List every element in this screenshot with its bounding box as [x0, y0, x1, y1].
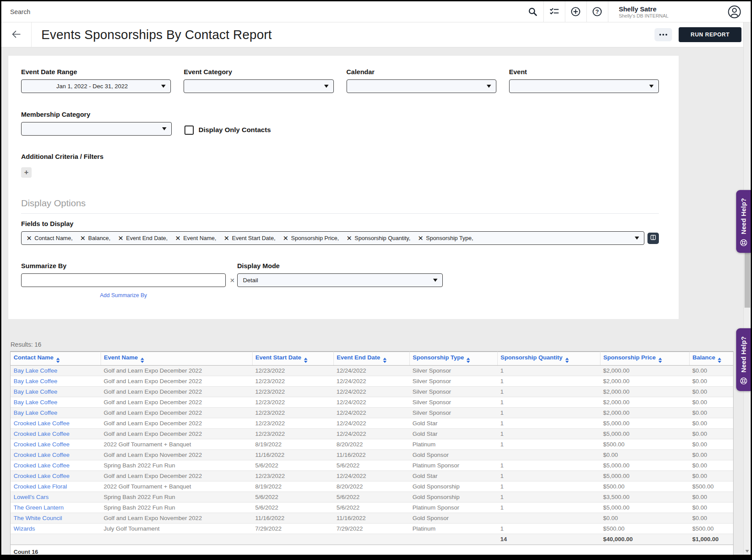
add-summarize-by-link[interactable]: Add Summarize By	[100, 292, 147, 298]
display-mode-label: Display Mode	[237, 262, 443, 269]
table-row: Bay Lake CoffeeGolf and Learn Expo Decem…	[11, 397, 733, 408]
help-icon[interactable]: ?	[587, 1, 608, 22]
column-header[interactable]: Event Start Date	[252, 352, 333, 366]
fields-to-display-input[interactable]: ✕Contact Name,✕Balance,✕Event End Date,✕…	[21, 231, 644, 245]
add-filter-button[interactable]: +	[21, 167, 32, 178]
clear-summarize-icon[interactable]: ✕	[230, 277, 235, 284]
calendar-select[interactable]	[347, 79, 496, 93]
fields-tags: ✕Contact Name,✕Balance,✕Event End Date,✕…	[26, 235, 473, 241]
need-help-tab[interactable]: Need Help?	[736, 328, 751, 391]
table-header-row: Contact NameEvent NameEvent Start DateEv…	[11, 352, 733, 366]
scrollbar[interactable]	[743, 22, 751, 555]
table-row: Crooked Lake CoffeeGolf and Learn Expo D…	[11, 471, 733, 481]
app-window: ? Shelly Satre Shelly's DB INTERNAL	[0, 0, 752, 560]
contact-link[interactable]: Bay Lake Coffee	[14, 399, 58, 406]
contact-link[interactable]: Wizards	[14, 525, 35, 532]
sort-icon	[56, 358, 60, 363]
event-date-range-select[interactable]: Jan 1, 2022 - Dec 31, 2022	[21, 79, 171, 93]
totals-row: 14$40,000.00$1,000.00	[11, 534, 733, 545]
filter-row-2: Membership Category Display Only Contact…	[21, 111, 659, 136]
chevron-down-icon[interactable]	[635, 237, 639, 240]
contact-link[interactable]: Bay Lake Coffee	[14, 409, 58, 416]
display-mode-section: Display Mode Detail	[237, 262, 443, 299]
add-icon[interactable]	[565, 1, 586, 22]
contact-link[interactable]: Crooked Lake Coffee	[14, 441, 69, 448]
remove-field-icon[interactable]: ✕	[175, 235, 181, 241]
membership-category-label: Membership Category	[21, 111, 172, 118]
columns-icon	[650, 234, 657, 242]
contact-link[interactable]: Crooked Lake Coffee	[14, 452, 69, 458]
table-row: Bay Lake CoffeeGolf and Learn Expo Decem…	[11, 408, 733, 418]
remove-field-icon[interactable]: ✕	[224, 235, 229, 241]
table-row: The White CouncilGolf and Learn Expo Nov…	[11, 513, 733, 524]
remove-field-icon[interactable]: ✕	[347, 235, 352, 241]
field-tag: ✕Event End Date,	[118, 235, 167, 241]
column-header[interactable]: Sponsorship Price	[600, 352, 689, 366]
results-table: Contact NameEvent NameEvent Start DateEv…	[11, 352, 733, 545]
column-header[interactable]: Event Name	[101, 352, 252, 366]
chevron-down-icon	[649, 85, 654, 88]
event-select[interactable]	[509, 79, 659, 93]
table-row: Bay Lake CoffeeGolf and Learn Expo Decem…	[11, 366, 733, 376]
field-tag: ✕Sponsorship Price,	[283, 235, 339, 241]
checklist-icon[interactable]	[544, 1, 565, 22]
user-menu[interactable]: Shelly Satre Shelly's DB INTERNAL	[608, 5, 679, 18]
contact-link[interactable]: Crooked Lake Coffee	[14, 420, 69, 427]
column-header[interactable]: Balance	[689, 352, 733, 366]
back-button[interactable]	[1, 22, 32, 47]
remove-field-icon[interactable]: ✕	[26, 235, 32, 241]
remove-field-icon[interactable]: ✕	[80, 235, 86, 241]
column-header[interactable]: Event End Date	[333, 352, 409, 366]
event-category-label: Event Category	[184, 68, 333, 75]
calendar-field: Calendar	[347, 68, 496, 93]
run-report-button[interactable]: RUN REPORT	[679, 27, 741, 42]
event-category-select[interactable]	[184, 79, 333, 93]
column-header[interactable]: Sponsorship Type	[409, 352, 497, 366]
sort-icon	[141, 358, 144, 363]
table-row: Crooked Lake Coffee2022 Golf Tournament …	[11, 439, 733, 450]
table-row: Bay Lake CoffeeGolf and Learn Expo Decem…	[11, 387, 733, 397]
additional-criteria-label: Additional Criteria / Filters	[21, 153, 659, 160]
topbar-actions: ? Shelly Satre Shelly's DB INTERNAL	[522, 1, 751, 22]
contact-link[interactable]: Crooked Lake Coffee	[14, 473, 69, 479]
sort-icon	[718, 358, 721, 363]
contact-link[interactable]: The White Council	[14, 515, 62, 521]
table-row: Crooked Lake CoffeeGolf and Learn Expo D…	[11, 429, 733, 439]
membership-category-select[interactable]	[21, 122, 172, 136]
sort-icon	[383, 358, 387, 363]
table-row: Crooked Lake CoffeeGolf and Learn Expo N…	[11, 450, 733, 460]
table-row: Lowell's CarsSpring Bash 2022 Fun Run5/6…	[11, 492, 733, 503]
remove-field-icon[interactable]: ✕	[118, 235, 123, 241]
column-header[interactable]: Sponsorship Quantity	[497, 352, 600, 366]
contact-link[interactable]: The Green Lantern	[14, 504, 64, 511]
need-help-tab[interactable]: Need Help?	[736, 190, 751, 253]
contact-link[interactable]: Bay Lake Coffee	[14, 367, 58, 374]
scroll-down-icon[interactable]	[745, 550, 749, 553]
life-ring-icon	[739, 238, 748, 249]
search-icon[interactable]	[522, 1, 543, 22]
top-bar: ? Shelly Satre Shelly's DB INTERNAL	[1, 1, 751, 22]
contact-link[interactable]: Bay Lake Coffee	[14, 378, 58, 384]
remove-field-icon[interactable]: ✕	[418, 235, 423, 241]
results-count-label: Results: 16	[11, 341, 751, 348]
contact-link[interactable]: Lowell's Cars	[14, 494, 49, 500]
summarize-by-label: Summarize By	[21, 262, 237, 269]
contact-link[interactable]: Crooked Lake Coffee	[14, 431, 69, 437]
remove-field-icon[interactable]: ✕	[283, 235, 289, 241]
summarize-by-input[interactable]	[21, 273, 226, 287]
display-mode-select[interactable]: Detail	[237, 273, 443, 287]
table-body: Bay Lake CoffeeGolf and Learn Expo Decem…	[11, 366, 733, 545]
chevron-down-icon	[161, 85, 166, 88]
column-layout-button[interactable]	[647, 233, 659, 244]
table-row: Crooked Lake CoffeeSpring Bash 2022 Fun …	[11, 460, 733, 471]
contact-link[interactable]: Crooked Lake Coffee	[14, 462, 69, 469]
avatar-icon[interactable]	[727, 5, 741, 19]
global-search-input[interactable]	[10, 8, 159, 15]
column-header[interactable]: Contact Name	[11, 352, 101, 366]
sort-icon	[658, 358, 662, 363]
contact-link[interactable]: Crooked Lake Floral	[14, 483, 67, 490]
display-only-contacts-checkbox[interactable]	[184, 126, 194, 135]
contact-link[interactable]: Bay Lake Coffee	[14, 388, 58, 395]
additional-criteria-section: Additional Criteria / Filters +	[21, 153, 659, 178]
more-options-button[interactable]	[654, 28, 672, 41]
